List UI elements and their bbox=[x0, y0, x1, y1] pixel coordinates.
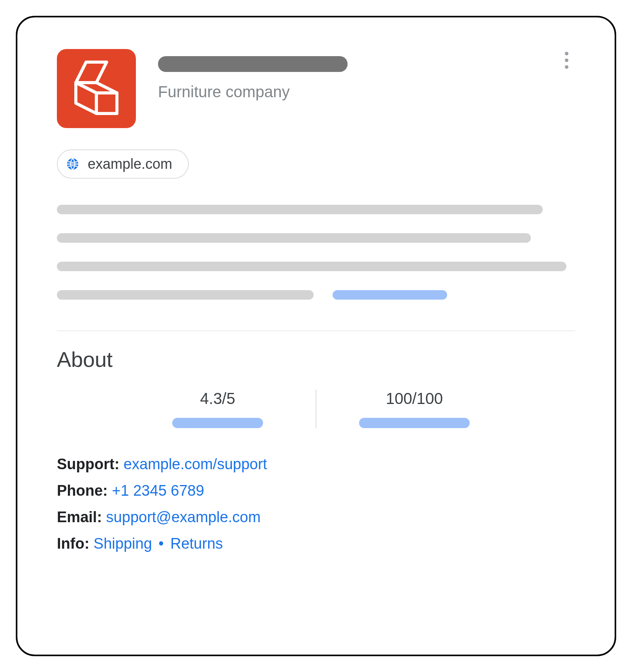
support-row: Support: example.com/support bbox=[57, 456, 575, 473]
info-separator: • bbox=[158, 535, 164, 552]
support-label: Support: bbox=[57, 456, 119, 472]
text-placeholder-line bbox=[57, 205, 543, 214]
phone-link[interactable]: +1 2345 6789 bbox=[112, 482, 204, 499]
text-placeholder-line bbox=[57, 290, 314, 300]
knowledge-panel-card: Furniture company example.com About bbox=[16, 16, 616, 656]
kebab-dot bbox=[565, 52, 568, 55]
website-chip-text: example.com bbox=[88, 156, 172, 172]
contact-section: Support: example.com/support Phone: +1 2… bbox=[57, 456, 575, 552]
email-link[interactable]: support@example.com bbox=[106, 509, 261, 525]
rating-value: 4.3/5 bbox=[200, 390, 235, 408]
stat-separator bbox=[316, 390, 316, 428]
more-options-button[interactable] bbox=[558, 51, 575, 69]
description-placeholder-block bbox=[57, 205, 575, 319]
company-category: Furniture company bbox=[158, 83, 348, 101]
rating-label-placeholder[interactable] bbox=[172, 418, 263, 428]
info-row: Info: Shipping • Returns bbox=[57, 535, 575, 552]
stats-row: 4.3/5 100/100 bbox=[57, 390, 575, 428]
globe-icon bbox=[66, 157, 80, 171]
score-stat: 100/100 bbox=[320, 390, 509, 428]
kebab-dot bbox=[565, 65, 568, 69]
score-label-placeholder[interactable] bbox=[359, 418, 470, 428]
returns-link[interactable]: Returns bbox=[170, 535, 223, 552]
score-value: 100/100 bbox=[386, 390, 443, 408]
panel-header: Furniture company bbox=[57, 49, 575, 128]
email-row: Email: support@example.com bbox=[57, 509, 575, 526]
info-label: Info: bbox=[57, 535, 89, 552]
shipping-link[interactable]: Shipping bbox=[94, 535, 152, 552]
title-block: Furniture company bbox=[158, 49, 348, 101]
section-divider bbox=[57, 330, 575, 331]
company-name-placeholder bbox=[158, 56, 348, 72]
link-placeholder[interactable] bbox=[333, 290, 447, 300]
email-label: Email: bbox=[57, 509, 102, 525]
chair-icon bbox=[71, 59, 122, 118]
support-link[interactable]: example.com/support bbox=[124, 456, 267, 472]
phone-row: Phone: +1 2345 6789 bbox=[57, 482, 575, 499]
phone-label: Phone: bbox=[57, 482, 108, 499]
rating-stat: 4.3/5 bbox=[123, 390, 312, 428]
website-chip[interactable]: example.com bbox=[57, 149, 189, 179]
text-placeholder-line bbox=[57, 262, 566, 271]
company-logo bbox=[57, 49, 136, 128]
text-placeholder-line bbox=[57, 233, 531, 243]
kebab-dot bbox=[565, 59, 568, 62]
about-heading: About bbox=[57, 347, 575, 372]
